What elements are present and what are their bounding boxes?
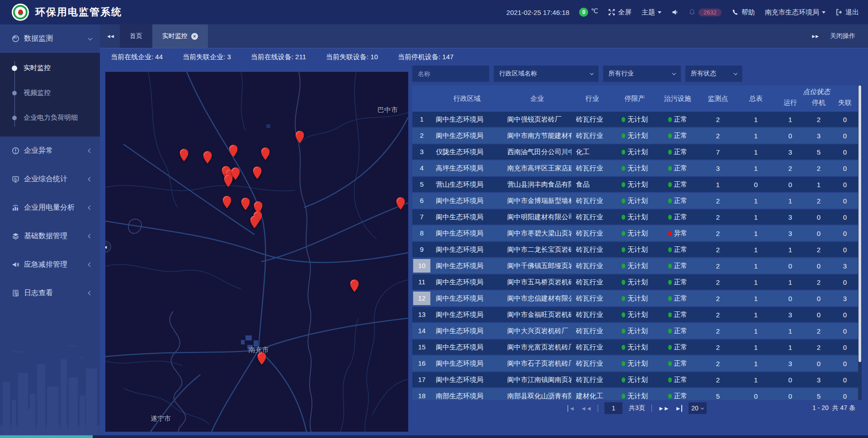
cell-industry: 砖瓦行业: [571, 294, 613, 303]
org-dropdown[interactable]: 南充市生态环境局: [765, 8, 826, 17]
table-row[interactable]: 10 阆中生态环境局 阆中千佛镇五郎垭页岩 砖瓦行业 无计划 正常 2 1 0 …: [412, 258, 858, 274]
table-row[interactable]: 9 阆中生态环境局 阆中市二龙长宝页岩砖 砖瓦行业 无计划 正常 2 1 1 2…: [412, 242, 858, 258]
cell-lost: 0: [832, 165, 858, 172]
table-row[interactable]: 5 营山生态环境局 营山县润丰肉食品有限 食品 无计划 正常 1 0 0 1 0: [412, 177, 858, 193]
sidebar-group[interactable]: 应急减排管理: [0, 250, 100, 279]
cell-stop: 0: [806, 230, 832, 237]
cell-treatment: 正常: [674, 245, 688, 254]
table-row[interactable]: 7 阆中生态环境局 阆中明阳建材有限公司 砖瓦行业 无计划 正常 2 1 3 0…: [412, 209, 858, 226]
tab[interactable]: 首页: [120, 24, 152, 48]
sidebar-sub-item[interactable]: 企业电力负荷明细: [0, 105, 100, 130]
cell-region: 南部生态环境局: [431, 392, 503, 400]
cell-treatment: 正常: [674, 392, 688, 400]
cell-region: 仪陇生态环境局: [431, 148, 503, 156]
cell-region: 阆中生态环境局: [431, 343, 503, 352]
col-meters: 总表: [737, 85, 775, 112]
cell-meters: 1: [737, 262, 775, 270]
cell-production: 无计划: [627, 197, 648, 205]
tab[interactable]: 实时监控 ×: [152, 24, 208, 48]
treatment-status-icon: [668, 345, 672, 350]
sidebar-group[interactable]: 数据监测: [0, 24, 100, 53]
production-status-icon: [622, 150, 625, 155]
table-row[interactable]: 4 高坪生态环境局 南充市高坪区王家店建 砖瓦行业 无计划 正常 3 1 2 2…: [412, 160, 858, 177]
table-row[interactable]: 2 阆中生态环境局 阆中市南方节能建材有 砖瓦行业 无计划 正常 2 1 0 3…: [412, 128, 858, 144]
first-page-button[interactable]: ◄: [567, 405, 574, 412]
cell-points: 2: [699, 116, 737, 123]
cell-meters: 1: [737, 246, 775, 254]
cell-run: 1: [775, 197, 806, 205]
current-page-input[interactable]: 1: [604, 402, 623, 414]
fullscreen-button[interactable]: 全屏: [608, 8, 632, 17]
map-pin[interactable]: [223, 196, 231, 208]
prev-page-button[interactable]: ◄◄: [580, 405, 591, 412]
theme-dropdown[interactable]: 主题: [642, 8, 661, 17]
help-button[interactable]: 帮助: [731, 8, 755, 17]
tab-close-icon[interactable]: ×: [191, 33, 198, 40]
voice-mute-button[interactable]: [671, 9, 679, 16]
sidebar-sub-item[interactable]: 实时监控: [0, 56, 100, 80]
sidebar-group[interactable]: 日志查看: [0, 279, 100, 307]
status-filter-select[interactable]: 所有状态: [685, 66, 742, 82]
map-pin[interactable]: [224, 174, 233, 187]
map-pin[interactable]: [179, 149, 188, 161]
sidebar-group[interactable]: 企业异常: [0, 137, 100, 165]
table-row[interactable]: 8 阆中生态环境局 阆中市枣碧大梁山页岩 砖瓦行业 无计划 异常 2 1 3 0…: [412, 226, 858, 242]
table-scrollbar[interactable]: [858, 85, 862, 400]
cell-lost: 0: [832, 344, 858, 351]
cell-points: 1: [699, 181, 737, 188]
cell-industry: 食品: [571, 180, 613, 189]
col-status-group: 点位状态: [775, 85, 858, 97]
sidebar-group[interactable]: 基础数据管理: [0, 222, 100, 250]
sidebar-group[interactable]: 企业用电量分析: [0, 193, 100, 222]
cell-treatment: 正常: [674, 213, 688, 221]
map-pin[interactable]: [396, 197, 405, 210]
map-pin[interactable]: [350, 279, 359, 292]
map-pin[interactable]: [241, 198, 250, 210]
close-operations-button[interactable]: 关闭操作: [830, 32, 855, 40]
page-size-select[interactable]: 20: [689, 402, 707, 414]
cell-lost: 0: [832, 392, 858, 400]
next-page-button[interactable]: ►►: [658, 405, 669, 412]
industry-filter-select[interactable]: 所有行业: [603, 66, 681, 82]
map-city-label: 遂宁市: [151, 414, 171, 423]
map-pin[interactable]: [203, 151, 212, 164]
cell-industry: 砖瓦行业: [571, 262, 613, 270]
table-row[interactable]: 6 阆中生态环境局 阆中市金博瑞新型墙材 砖瓦行业 无计划 正常 2 1 1 2…: [412, 193, 858, 209]
table-row[interactable]: 17 阆中生态环境局 阆中市江南镇阆南页岩 砖瓦行业 无计划 正常 2 1 0 …: [412, 372, 858, 388]
sidebar-group[interactable]: 企业综合统计: [0, 165, 100, 193]
cell-run: 1: [775, 278, 806, 286]
name-filter-input[interactable]: [412, 66, 489, 82]
table-row[interactable]: 1 阆中生态环境局 阆中强锐页岩砖厂 砖瓦行业 无计划 正常 2 1 1 2 0: [412, 112, 858, 128]
cell-company: 阆中千佛镇五郎垭页岩: [503, 262, 571, 270]
map-panel[interactable]: 巴中市南充市遂宁市: [105, 72, 408, 432]
scrollbar-thumb[interactable]: [859, 85, 861, 362]
map-pin[interactable]: [296, 131, 304, 143]
table-row[interactable]: 11 阆中生态环境局 阆中市五马桥页岩机砖 砖瓦行业 无计划 正常 2 1 1 …: [412, 274, 858, 291]
sidebar-sub-item[interactable]: 视频监控: [0, 80, 100, 105]
cell-lost: 0: [832, 213, 858, 221]
map-pin[interactable]: [250, 216, 259, 228]
tab-bar: ◄◄ 首页 实时监控 × ►► 关闭操作: [100, 24, 868, 48]
stat-item: 当前失联企业: 3: [183, 53, 231, 61]
table-row[interactable]: 12 阆中生态环境局 阆中市忠信建材有限公 砖瓦行业 无计划 正常 2 1 0 …: [412, 291, 858, 307]
tabs-scroll-right-button[interactable]: ►►: [811, 24, 818, 48]
table-row[interactable]: 18 南部生态环境局 南部县双化山沥青有限公 建材化工 无计划 正常 5 0 0…: [412, 388, 858, 400]
region-filter-select[interactable]: 行政区域名称: [494, 66, 599, 82]
cell-treatment: 正常: [674, 197, 688, 205]
chevron-down-icon: [822, 11, 826, 14]
map-pin[interactable]: [229, 145, 237, 157]
map-pin[interactable]: [258, 352, 266, 365]
last-page-button[interactable]: ►: [675, 405, 682, 412]
table-row[interactable]: 16 阆中生态环境局 阆中市石子页岩机砖厂 砖瓦行业 无计划 正常 2 1 3 …: [412, 356, 858, 372]
table-row[interactable]: 13 阆中生态环境局 阆中市金福旺页岩机砖 砖瓦行业 无计划 正常 2 1 3 …: [412, 307, 858, 323]
tabs-scroll-left-button[interactable]: ◄◄: [100, 24, 120, 48]
cell-lost: 0: [832, 278, 858, 286]
map-pin[interactable]: [253, 166, 261, 179]
map-pin[interactable]: [261, 147, 269, 160]
table-row[interactable]: 14 阆中生态环境局 阆中大兴页岩机砖厂 砖瓦行业 无计划 正常 2 1 1 2…: [412, 323, 858, 339]
logout-button[interactable]: 退出: [835, 8, 859, 17]
cell-industry: 化工: [571, 148, 613, 156]
table-row[interactable]: 3 仪陇生态环境局 西南油气田分公司川中 化工 无计划 正常 7 1 3 5 0: [412, 144, 858, 160]
notifications[interactable]: 2632: [689, 9, 722, 16]
table-row[interactable]: 15 阆中生态环境局 阆中市光富页岩机砖厂 砖瓦行业 无计划 正常 2 1 1 …: [412, 339, 858, 356]
